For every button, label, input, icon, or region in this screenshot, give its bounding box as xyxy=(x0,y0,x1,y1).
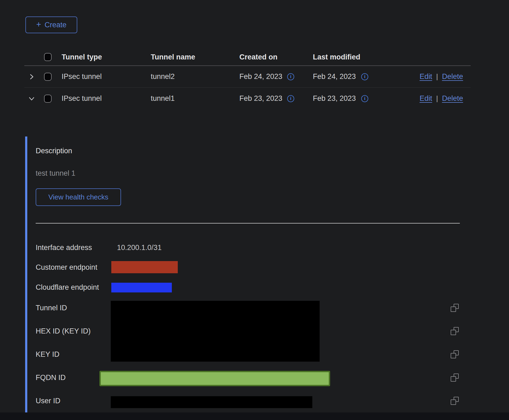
tunnel-name-value: tunnel1 xyxy=(149,94,237,103)
page-background: { "page": { "background": "#1c1d1f", "fo… xyxy=(0,0,509,420)
create-button[interactable]: + Create xyxy=(25,16,77,33)
info-icon[interactable]: i xyxy=(361,73,368,80)
tunnels-page: + Create Tunnel type Tunnel name Created… xyxy=(0,0,509,420)
copy-icon[interactable] xyxy=(451,350,459,358)
section-divider xyxy=(36,223,460,224)
interface-address-label: Interface address xyxy=(36,243,92,252)
copy-icon[interactable] xyxy=(451,397,459,405)
copy-icon[interactable] xyxy=(451,304,459,312)
chevron-right-icon[interactable] xyxy=(28,73,35,80)
fqdn-id-label: FQDN ID xyxy=(36,373,66,382)
create-button-label: Create xyxy=(45,21,66,29)
edit-link[interactable]: Edit xyxy=(420,72,432,81)
copy-icon-front-square xyxy=(451,330,456,335)
header-last-modified: Last modified xyxy=(313,53,403,61)
table-header-row: Tunnel type Tunnel name Created on Last … xyxy=(24,49,471,66)
created-on-value: Feb 24, 2023 xyxy=(239,72,282,81)
copy-icon-front-square xyxy=(451,353,456,358)
tunnel-name-value: tunnel2 xyxy=(149,72,237,81)
bottom-band xyxy=(0,412,509,420)
copy-icon-front-square xyxy=(451,399,456,405)
hex-id-label: HEX ID (KEY ID) xyxy=(36,326,91,336)
actions-separator: | xyxy=(436,95,438,102)
table-row: IPsec tunnel tunnel1 Feb 23, 2023 i Feb … xyxy=(24,88,471,109)
last-modified-value: Feb 24, 2023 xyxy=(313,72,356,81)
info-icon[interactable]: i xyxy=(287,95,294,102)
info-icon[interactable]: i xyxy=(287,73,294,80)
fqdn-id-redacted-value xyxy=(99,371,330,386)
copy-icon[interactable] xyxy=(451,374,459,382)
tunnel-details-panel: Description test tunnel 1 View health ch… xyxy=(25,136,471,420)
delete-link[interactable]: Delete xyxy=(442,72,463,81)
cloudflare-endpoint-redacted-value xyxy=(111,283,172,292)
tunnel-id-label: Tunnel ID xyxy=(36,303,67,312)
interface-address-value: 10.200.1.0/31 xyxy=(117,243,162,252)
view-health-checks-button[interactable]: View health checks xyxy=(36,188,121,206)
created-on-value: Feb 23, 2023 xyxy=(239,94,282,103)
user-id-redacted-value xyxy=(111,396,312,408)
tunnel-type-value: IPsec tunnel xyxy=(59,94,149,103)
actions-separator: | xyxy=(436,73,438,81)
chevron-down-icon[interactable] xyxy=(28,95,35,102)
key-id-label: KEY ID xyxy=(36,350,59,359)
user-id-label: User ID xyxy=(36,396,61,405)
description-value: test tunnel 1 xyxy=(36,169,75,178)
header-created-on: Created on xyxy=(237,53,313,61)
table-row: IPsec tunnel tunnel2 Feb 24, 2023 i Feb … xyxy=(24,66,471,88)
cloudflare-endpoint-label: Cloudflare endpoint xyxy=(36,283,99,292)
row-checkbox[interactable] xyxy=(44,95,52,103)
select-all-checkbox[interactable] xyxy=(44,53,52,61)
plus-icon: + xyxy=(36,20,41,29)
row-checkbox[interactable] xyxy=(44,73,52,81)
header-check-cell xyxy=(39,53,59,61)
info-icon[interactable]: i xyxy=(361,95,368,102)
tunnel-id-group-redacted-value xyxy=(111,301,320,362)
header-tunnel-name: Tunnel name xyxy=(149,53,237,61)
header-tunnel-type: Tunnel type xyxy=(59,53,149,61)
delete-link[interactable]: Delete xyxy=(442,94,463,103)
edit-link[interactable]: Edit xyxy=(420,94,432,103)
customer-endpoint-redacted-value xyxy=(111,261,178,273)
copy-icon-front-square xyxy=(451,376,456,382)
tunnel-type-value: IPsec tunnel xyxy=(59,72,149,81)
last-modified-value: Feb 23, 2023 xyxy=(313,94,356,103)
tunnels-table: Tunnel type Tunnel name Created on Last … xyxy=(24,49,471,109)
description-label: Description xyxy=(36,147,72,155)
copy-icon[interactable] xyxy=(451,327,459,335)
customer-endpoint-label: Customer endpoint xyxy=(36,263,97,272)
copy-icon-front-square xyxy=(451,306,456,312)
